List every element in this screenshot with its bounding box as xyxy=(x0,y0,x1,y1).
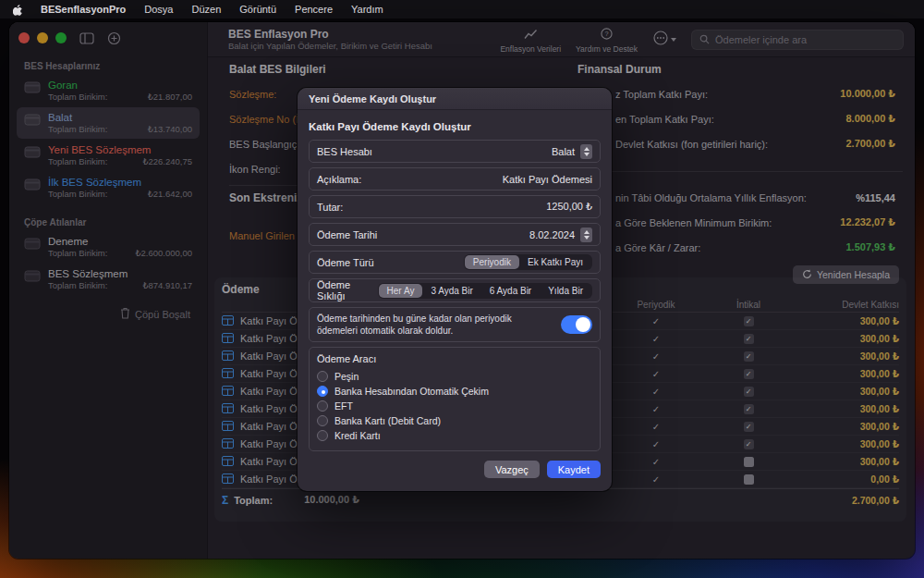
payment-frequency-row: Ödeme Sıklığı Her Ay 3 Ayda Bir 6 Ayda B… xyxy=(309,278,601,302)
intikal-checkbox[interactable] xyxy=(744,316,754,326)
sidebar-item-goran[interactable]: Goran Toplam Birikim:₺21.807,00 xyxy=(17,75,200,106)
checkmark-icon: ✓ xyxy=(610,334,702,344)
checkmark-icon: ✓ xyxy=(610,474,702,485)
gov-contribution: 300,00 ₺ xyxy=(795,456,899,467)
wallet-icon xyxy=(24,237,41,253)
amount-input[interactable]: 1250,00 ₺ xyxy=(546,201,592,213)
account-total: ₺21.807,00 xyxy=(148,92,192,103)
intikal-checkbox[interactable] xyxy=(744,369,754,379)
autofill-toggle[interactable] xyxy=(561,315,592,334)
fin-value: 1.507,93 ₺ xyxy=(845,241,903,253)
apple-icon[interactable] xyxy=(11,4,31,16)
intikal-checkbox[interactable] xyxy=(744,404,754,414)
gov-contribution: 300,00 ₺ xyxy=(795,421,899,432)
close-button[interactable] xyxy=(18,32,30,43)
sidebar-toggle-icon[interactable] xyxy=(79,32,94,44)
table-cells-icon xyxy=(222,403,234,415)
segment-6-ayda[interactable]: 6 Ayda Bir xyxy=(481,284,540,298)
help-support-button[interactable]: ? Yardım ve Destek xyxy=(576,27,638,54)
sidebar-item-bes-sozlesmem[interactable]: BES Sözleşmem Toplam Birikim:₺874.910,17 xyxy=(17,264,200,295)
financial-title: Finansal Durum xyxy=(578,63,903,81)
menu-item-goruntu[interactable]: Görüntü xyxy=(230,4,286,15)
col-gov: Devlet Katkısı xyxy=(795,300,899,310)
radio-icon xyxy=(317,371,328,382)
description-row: Açıklama: Katkı Payı Ödemesi xyxy=(309,167,601,191)
sidebar-item-ilk-bes[interactable]: İlk BES Sözleşmem Toplam Birikim:₺21.642… xyxy=(17,172,200,203)
account-sub-label: Toplam Birikim: xyxy=(48,280,107,291)
payment-type-segmented: Periyodik Ek Katkı Payı xyxy=(464,254,592,270)
date-stepper[interactable]: 8.02.2024 xyxy=(529,228,592,242)
table-cells-icon xyxy=(222,386,234,398)
cancel-button[interactable]: Vazgeç xyxy=(484,461,540,478)
radio-kredi-karti[interactable]: Kredi Kartı xyxy=(317,428,592,443)
intikal-checkbox[interactable] xyxy=(744,351,754,362)
payment-method-label: Ödeme Aracı xyxy=(317,353,592,364)
menu-app-name[interactable]: BESenflasyonPro xyxy=(31,4,135,15)
save-button[interactable]: Kaydet xyxy=(547,461,601,478)
segment-ek-katki[interactable]: Ek Katkı Payı xyxy=(519,255,591,269)
account-name: Balat xyxy=(48,111,192,124)
new-payment-modal: Yeni Ödeme Kaydı Oluştur Katkı Payı Ödem… xyxy=(298,88,612,491)
search-icon xyxy=(699,31,710,48)
fin-label: Devlet Katkısı (fon getirileri hariç): xyxy=(615,139,768,150)
search-input[interactable] xyxy=(715,34,895,45)
intikal-checkbox[interactable] xyxy=(744,439,754,449)
checkmark-icon: ✓ xyxy=(610,316,702,326)
fin-value: 10.000,00 ₺ xyxy=(840,88,903,100)
description-value[interactable]: Katkı Payı Ödemesi xyxy=(503,174,592,185)
sidebar-item-balat[interactable]: Balat Toplam Birikim:₺13.740,00 xyxy=(17,107,200,139)
add-account-icon[interactable] xyxy=(107,31,121,45)
radio-otomatik-cekim[interactable]: Banka Hesabından Otomatik Çekim xyxy=(317,384,592,399)
radio-pesin[interactable]: Peşin xyxy=(317,369,592,384)
inflation-data-button[interactable]: Enflasyon Verileri xyxy=(500,27,561,54)
table-cells-icon xyxy=(222,350,234,363)
total-gov-contribution: 2.700,00 ₺ xyxy=(795,495,899,506)
radio-banka-karti[interactable]: Banka Kartı (Debit Card) xyxy=(317,413,592,428)
gov-contribution: 300,00 ₺ xyxy=(795,403,899,414)
window-subtitle: Balat için Yapılan Ödemeler, Birikim ve … xyxy=(228,41,432,51)
checkmark-icon: ✓ xyxy=(610,439,702,449)
checkmark-icon: ✓ xyxy=(610,351,702,362)
intikal-checkbox[interactable] xyxy=(744,422,754,432)
more-options-button[interactable] xyxy=(652,30,676,50)
account-label: BES Hesabı xyxy=(317,146,372,157)
account-total: ₺13.740,00 xyxy=(148,124,192,135)
segment-3-ayda[interactable]: 3 Ayda Bir xyxy=(422,284,480,298)
segment-periyodik[interactable]: Periyodik xyxy=(465,255,519,269)
segment-yilda[interactable]: Yılda Bir xyxy=(540,284,591,298)
payment-type-row: Ödeme Türü Periyodik Ek Katkı Payı xyxy=(309,251,601,274)
account-total: ₺874.910,17 xyxy=(142,280,192,291)
account-popup[interactable]: Balat xyxy=(552,144,592,159)
menu-item-dosya[interactable]: Dosya xyxy=(135,4,182,15)
intikal-checkbox[interactable] xyxy=(744,457,754,467)
account-sub-label: Toplam Birikim: xyxy=(48,156,107,167)
sidebar-section-trash: Çöpe Atılanlar xyxy=(24,217,200,228)
table-cells-icon xyxy=(222,333,234,345)
fin-label: z Toplam Katkı Payı: xyxy=(615,89,708,100)
search-field[interactable] xyxy=(691,30,904,50)
payment-frequency-label: Ödeme Sıklığı xyxy=(317,279,378,301)
segment-her-ay[interactable]: Her Ay xyxy=(379,284,423,298)
empty-trash-button[interactable]: Çöpü Boşalt xyxy=(17,307,200,321)
menu-item-pencere[interactable]: Pencere xyxy=(286,4,342,15)
sidebar-section-accounts: BES Hesaplarınız xyxy=(24,61,200,71)
intikal-checkbox[interactable] xyxy=(744,387,754,397)
table-cells-icon xyxy=(222,438,234,450)
wallet-icon xyxy=(24,145,41,162)
minimize-button[interactable] xyxy=(37,32,48,43)
zoom-button[interactable] xyxy=(55,32,67,43)
menu-item-duzen[interactable]: Düzen xyxy=(183,4,231,15)
menu-item-yardim[interactable]: Yardım xyxy=(342,4,393,15)
modal-title: Yeni Ödeme Kaydı Oluştur xyxy=(298,88,612,110)
amount-label: Tutar: xyxy=(317,202,343,213)
intikal-checkbox[interactable] xyxy=(744,334,754,344)
checkmark-icon: ✓ xyxy=(610,404,702,414)
intikal-checkbox[interactable] xyxy=(744,474,754,485)
description-label: Açıklama: xyxy=(317,174,361,185)
toolbar: Enflasyon Verileri ? Yardım ve Destek xyxy=(500,22,904,57)
bes-info-title: Balat BES Bilgileri xyxy=(229,63,562,81)
sidebar-item-yeni-bes[interactable]: Yeni BES Sözleşmem Toplam Birikim:₺226.2… xyxy=(17,140,200,171)
radio-eft[interactable]: EFT xyxy=(317,399,592,413)
sidebar-item-deneme[interactable]: Deneme Toplam Birikim:₺2.600.000,00 xyxy=(17,231,200,263)
window-controls xyxy=(17,22,200,54)
